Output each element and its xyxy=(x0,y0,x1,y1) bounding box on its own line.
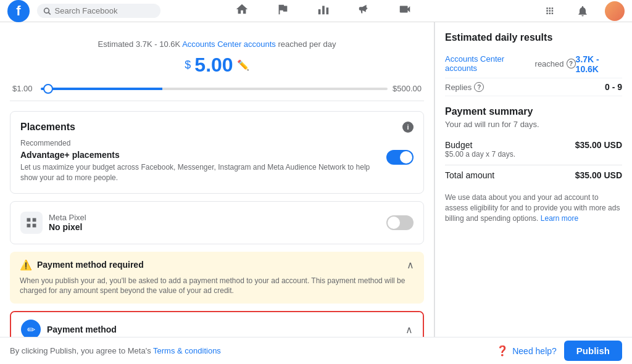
replies-row: Replies ? 0 - 9 xyxy=(445,78,622,96)
main-nav xyxy=(223,0,424,23)
footer-bar: By clicking Publish, you agree to Meta's… xyxy=(0,337,632,364)
svg-rect-8 xyxy=(33,223,36,227)
edit-budget-icon[interactable]: ✏️ xyxy=(237,59,249,71)
budget-summary-label: Budget $5.00 a day x 7 days. xyxy=(445,140,515,159)
nav-flag[interactable] xyxy=(264,0,302,23)
svg-line-1 xyxy=(49,12,51,14)
svg-rect-6 xyxy=(33,218,36,221)
advantage-placements-label: Advantage+ placements xyxy=(20,150,379,160)
accounts-center-link[interactable]: Accounts Center accounts xyxy=(182,39,276,49)
placements-header: Placements i xyxy=(20,122,414,133)
svg-point-0 xyxy=(44,8,49,13)
payment-method-title: Payment method xyxy=(47,325,117,334)
accounts-reached-row: Accounts Center accounts reached ? 3.7K … xyxy=(445,51,622,78)
placements-toggle-content: Advantage+ placements Let us maximize yo… xyxy=(20,150,379,183)
svg-rect-7 xyxy=(27,223,31,227)
fine-print: We use data about you and your ad accoun… xyxy=(445,192,622,223)
avatar[interactable] xyxy=(605,1,625,21)
nav-chart[interactable] xyxy=(304,0,343,23)
payment-required-desc: When you publish your ad, you'll be aske… xyxy=(20,276,414,297)
estimated-results-title: Estimated daily results xyxy=(445,32,622,43)
bell-icon[interactable] xyxy=(573,1,592,21)
payment-summary-title: Payment summary xyxy=(445,106,622,117)
placements-info-icon[interactable]: i xyxy=(402,122,414,133)
question-circle-icon: ❓ xyxy=(496,345,509,357)
pixel-icon-box xyxy=(20,212,43,234)
publish-button[interactable]: Publish xyxy=(564,341,622,361)
placements-card: Placements i Recommended Advantage+ plac… xyxy=(10,111,424,194)
placements-toggle-row: Advantage+ placements Let us maximize yo… xyxy=(20,150,414,183)
accounts-info-icon[interactable]: ? xyxy=(567,59,576,68)
total-amount-value: $35.00 USD xyxy=(575,170,622,180)
budget-summary-row: Budget $5.00 a day x 7 days. $35.00 USD xyxy=(445,136,622,162)
meta-pixel-card: Meta Pixel No pixel xyxy=(10,201,424,244)
right-nav-icons xyxy=(541,1,625,21)
terms-link[interactable]: Terms & conditions xyxy=(153,346,221,355)
payment-required-title: Payment method required xyxy=(37,260,144,270)
left-panel: Estimated 3.7K - 10.6K Accounts Center a… xyxy=(0,22,434,364)
budget-summary-value: $35.00 USD xyxy=(575,140,622,159)
nav-video[interactable] xyxy=(386,0,424,23)
footer-terms: By clicking Publish, you agree to Meta's… xyxy=(10,346,221,355)
need-help-button[interactable]: ❓ Need help? xyxy=(496,345,557,357)
grid-icon[interactable] xyxy=(541,1,560,21)
warning-header: ⚠️ Payment method required ∧ xyxy=(20,259,414,271)
facebook-logo[interactable]: f xyxy=(7,0,30,22)
payment-method-collapse-icon[interactable]: ∧ xyxy=(405,324,413,336)
budget-slider[interactable] xyxy=(41,88,388,90)
svg-rect-3 xyxy=(322,6,325,14)
accounts-reached-label: Accounts Center accounts reached ? xyxy=(445,54,576,73)
replies-value: 0 - 9 xyxy=(605,82,622,92)
payment-summary-desc: Your ad will run for 7 days. xyxy=(445,120,622,129)
warning-title-row: ⚠️ Payment method required xyxy=(20,259,144,271)
placements-toggle[interactable] xyxy=(386,150,414,165)
search-input[interactable] xyxy=(55,6,154,15)
main-wrapper: Estimated 3.7K - 10.6K Accounts Center a… xyxy=(0,22,632,364)
payment-summary-section: Payment summary Your ad will run for 7 d… xyxy=(445,106,622,223)
budget-amount-display: $ 5.00 ✏️ xyxy=(10,54,424,77)
nav-home[interactable] xyxy=(223,0,261,23)
replies-label: Replies ? xyxy=(445,82,484,92)
warning-icon: ⚠️ xyxy=(20,259,32,271)
svg-rect-5 xyxy=(27,218,31,221)
svg-rect-4 xyxy=(326,7,328,14)
warning-collapse-icon[interactable]: ∧ xyxy=(407,259,414,271)
accounts-center-result-link[interactable]: Accounts Center accounts xyxy=(445,54,533,73)
payment-warning-card: ⚠️ Payment method required ∧ When you pu… xyxy=(10,252,424,304)
fine-print-learn-more[interactable]: Learn more xyxy=(541,214,578,223)
right-panel: Estimated daily results Accounts Center … xyxy=(434,22,632,364)
top-navigation: f xyxy=(0,0,632,22)
footer-right: ❓ Need help? Publish xyxy=(496,341,622,361)
nav-megaphone[interactable] xyxy=(345,0,383,23)
pixel-toggle[interactable] xyxy=(386,215,414,230)
replies-info-icon[interactable]: ? xyxy=(474,82,484,92)
pixel-row: Meta Pixel No pixel xyxy=(20,212,414,234)
pixel-value: No pixel xyxy=(49,222,380,232)
budget-section: Estimated 3.7K - 10.6K Accounts Center a… xyxy=(10,32,424,101)
search-icon xyxy=(43,7,51,15)
total-amount-label: Total amount xyxy=(445,170,494,180)
search-bar[interactable] xyxy=(37,4,160,18)
total-amount-row: Total amount $35.00 USD xyxy=(445,165,622,185)
estimated-reach-text: Estimated 3.7K - 10.6K Accounts Center a… xyxy=(10,39,424,49)
recommended-badge: Recommended xyxy=(20,139,414,147)
pixel-info: Meta Pixel No pixel xyxy=(49,213,380,232)
placements-toggle-desc: Let us maximize your budget across Faceb… xyxy=(20,162,379,183)
svg-rect-2 xyxy=(318,9,320,14)
pixel-name: Meta Pixel xyxy=(49,213,380,222)
placements-title: Placements xyxy=(20,122,75,133)
accounts-reached-value: 3.7K - 10.6K xyxy=(576,54,622,74)
budget-slider-row: $1.00 $500.00 xyxy=(10,84,424,93)
